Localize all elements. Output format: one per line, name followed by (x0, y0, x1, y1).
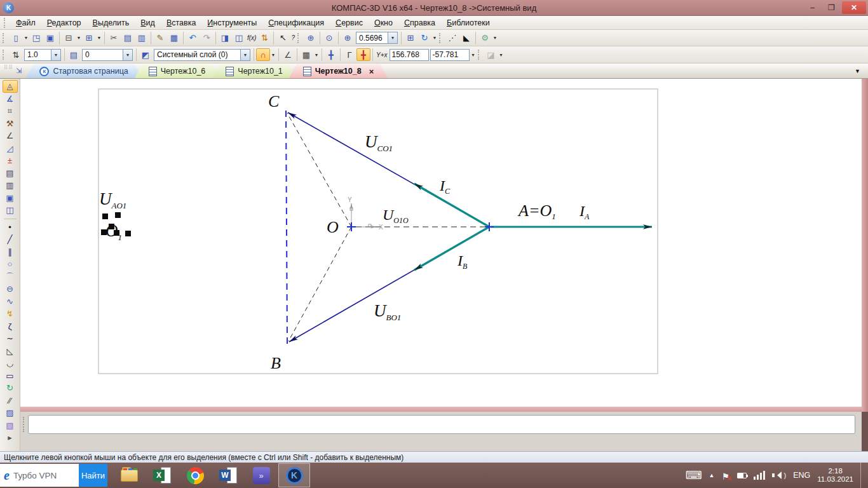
insert-view-icon[interactable]: ▣ (3, 192, 18, 205)
touch-keyboard-icon[interactable]: ⌨ (686, 470, 702, 481)
view-arrow-icon[interactable]: ◣ (459, 32, 473, 44)
menu-select[interactable]: Выделить (87, 17, 135, 29)
dropdown-arrow-icon[interactable]: ▼ (76, 36, 82, 40)
label-point-C[interactable]: C (268, 92, 280, 111)
reports-icon[interactable]: ▥ (3, 179, 18, 192)
fillet-icon[interactable]: ◡ (3, 357, 18, 370)
geometry-icon[interactable]: ◬ (3, 80, 18, 93)
designations-icon[interactable]: ⌗ (3, 105, 18, 118)
menu-help[interactable]: Справка (398, 17, 441, 29)
spline-icon[interactable]: ∿ (3, 295, 18, 308)
approximation-icon[interactable]: ◫ (3, 204, 18, 217)
editing-icon[interactable]: ⚒ (3, 118, 18, 130)
taskbar-app-excel[interactable]: X (146, 463, 178, 487)
collect-contour-icon[interactable]: ↻ (3, 382, 18, 395)
right-angle-icon[interactable]: Γ (342, 48, 356, 61)
tab-close-icon[interactable]: × (369, 67, 374, 76)
snap-magnet-icon[interactable]: ∩ (256, 48, 270, 61)
layer-state-icon[interactable]: ◩ (139, 48, 153, 61)
label-point-O[interactable]: O (327, 218, 339, 236)
equidistant-icon[interactable]: ↯ (3, 308, 18, 320)
tab-list-dropdown-icon[interactable]: ▼ (855, 68, 860, 74)
format-painter-icon[interactable]: ✎ (153, 32, 167, 44)
battery-icon[interactable] (737, 473, 747, 478)
chamfer-icon[interactable]: ◺ (3, 345, 18, 358)
customize-icon[interactable]: ⚙ (478, 32, 492, 44)
view-window-icon[interactable]: ◨ (218, 32, 232, 44)
menu-service[interactable]: Сервис (330, 17, 369, 29)
rectangle-icon[interactable]: ▭ (3, 370, 18, 383)
dropdown-arrow-icon[interactable]: ▼ (96, 36, 102, 40)
close-button[interactable]: ✕ (842, 1, 866, 14)
layer-name-combo[interactable]: Системный слой (0)▼ (154, 49, 250, 61)
step-combo[interactable]: 1.0▼ (24, 49, 61, 61)
insert-table-icon[interactable]: ▦ (167, 32, 181, 44)
polyline-icon[interactable]: ζ (3, 320, 18, 333)
taskbar-app-purple[interactable]: » (245, 463, 277, 487)
panel-expand-icon[interactable]: ▸ (3, 431, 18, 444)
kompas-window-icon[interactable] (3, 3, 14, 13)
dropdown-arrow-icon[interactable]: ▼ (470, 53, 477, 57)
menu-view[interactable]: Вид (135, 17, 161, 29)
print-preview-icon[interactable]: ⊞ (82, 32, 96, 44)
menu-file[interactable]: Файл (10, 17, 41, 29)
taskbar-search-box[interactable]: e Турбо VPN (0, 464, 79, 487)
circle-icon[interactable]: ○ (3, 258, 18, 271)
new-document-icon[interactable]: ▯ (9, 32, 23, 44)
paste-icon[interactable]: ▥ (135, 32, 149, 44)
multiline-icon[interactable]: ∕∕ (3, 395, 18, 407)
arc-icon[interactable]: ⌒ (3, 271, 18, 283)
selection-icon[interactable]: ± (3, 154, 18, 167)
menu-window[interactable]: Окно (369, 17, 398, 29)
refresh-image-icon[interactable]: ↻ (417, 32, 431, 44)
measurement-icon[interactable]: ◿ (3, 142, 18, 155)
bezier-icon[interactable]: ∼ (3, 332, 18, 345)
menu-tools[interactable]: Инструменты (201, 17, 262, 29)
ortho-drawing-icon[interactable]: ╋ (356, 48, 370, 61)
view-gadget-icon[interactable]: ◫ (232, 32, 246, 44)
dropdown-arrow-icon[interactable]: ▼ (498, 53, 505, 57)
cut-icon[interactable]: ✂ (107, 32, 121, 44)
restore-button[interactable]: ❐ (823, 1, 840, 14)
dropdown-arrow-icon[interactable]: ▼ (431, 36, 438, 40)
layers-icon[interactable]: ▤ (67, 48, 81, 61)
language-indicator[interactable]: ENG (793, 471, 810, 480)
print-icon[interactable]: ⊟ (62, 32, 76, 44)
dropdown-arrow-icon[interactable]: ▼ (313, 53, 320, 57)
ellipse-icon[interactable]: ⊖ (3, 283, 18, 295)
point-icon[interactable]: • (3, 221, 18, 234)
layer-number-combo[interactable]: 0▼ (82, 49, 133, 61)
copy-icon[interactable]: ▤ (121, 32, 135, 44)
menu-insert[interactable]: Вставка (161, 17, 201, 29)
taskbar-app-chrome[interactable] (179, 463, 211, 487)
hidden-icons-chevron[interactable]: ▲ (709, 472, 715, 478)
dimensions-icon[interactable]: ∡ (3, 93, 18, 105)
x-coordinate-field[interactable]: 156.768 (390, 49, 429, 61)
help-cursor-icon[interactable]: ↖ (276, 32, 290, 44)
label-point-B[interactable]: B (271, 354, 281, 372)
show-sheet-icon[interactable]: ⊞ (403, 32, 417, 44)
tab-drawing10-6[interactable]: Чертеж10_6 (135, 64, 220, 78)
label-point-A-O1[interactable]: A=O1 (517, 201, 556, 221)
renumber-icon[interactable]: ⇅ (257, 32, 271, 44)
taskbar-app-kompas-active[interactable]: K (278, 463, 310, 487)
parallel-segment-icon[interactable]: ∥ (3, 246, 18, 259)
tab-drawing10-1[interactable]: Чертеж10_1 (212, 64, 297, 78)
taskbar-app-explorer[interactable] (113, 463, 145, 487)
current-step-icon[interactable]: ⇅ (9, 48, 23, 61)
dropdown-arrow-icon[interactable]: ▼ (23, 36, 29, 40)
color-hatch-icon[interactable]: ▧ (3, 419, 18, 432)
zoom-combo[interactable]: 0.5696▼ (356, 32, 398, 44)
segment-icon[interactable]: ╱ (3, 233, 18, 246)
show-desktop-button[interactable] (860, 463, 864, 488)
parametrization-icon[interactable]: ∠ (3, 130, 18, 142)
zoom-in-icon[interactable]: ⊕ (341, 32, 355, 44)
drawing-canvas[interactable]: X Y C B O A=O1 UCO1 UBO1 UAO1 UO1O IC IB… (20, 79, 862, 407)
save-document-icon[interactable]: ▣ (43, 32, 57, 44)
zoom-frame-icon[interactable]: ⊙ (322, 32, 336, 44)
grid-icon[interactable]: ▦ (299, 48, 313, 61)
undo-icon[interactable]: ↶ (186, 32, 200, 44)
taskbar-app-word[interactable]: W (212, 463, 244, 487)
parallel-snap-icon[interactable]: ∠ (281, 48, 295, 61)
hatch-icon[interactable]: ▨ (3, 407, 18, 419)
